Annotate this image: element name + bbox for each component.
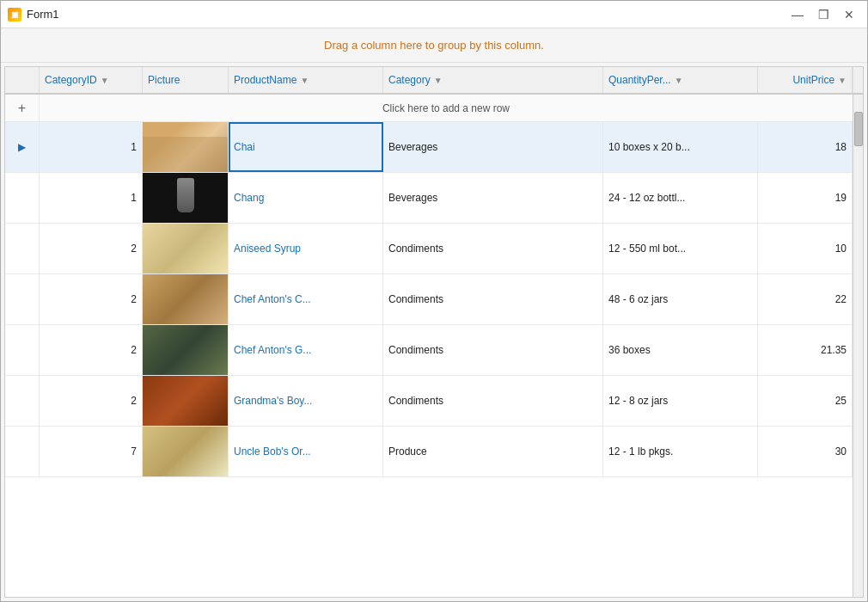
cell-picture-2 (143, 224, 229, 273)
cell-category-id-1: 1 (40, 173, 143, 223)
food-image-2 (143, 224, 228, 273)
header-picture[interactable]: Picture (143, 67, 229, 93)
cell-price-2: 10 (758, 224, 853, 273)
grid-rows-area: + Click here to add a new row ▶ 1 Chai B… (5, 95, 853, 597)
price-filter-icon[interactable]: ▼ (838, 76, 847, 85)
add-row-plus-icon[interactable]: + (5, 95, 40, 121)
header-quantity-per[interactable]: QuantityPer... ▼ (603, 67, 758, 93)
food-image-1 (143, 173, 228, 223)
row-indicator-4 (5, 325, 40, 375)
main-window: ▣ Form1 — ❒ ✕ Drag a column here to grou… (0, 0, 868, 602)
cell-category-id-2: 2 (40, 224, 143, 273)
cell-category-3: Condiments (383, 274, 603, 324)
row-indicator-3 (5, 274, 40, 324)
cell-picture-6 (143, 427, 229, 476)
cell-category-5: Condiments (383, 376, 603, 426)
vertical-scrollbar[interactable] (853, 95, 863, 597)
header-product-name[interactable]: ProductName ▼ (229, 67, 383, 93)
minimize-button[interactable]: — (786, 6, 809, 23)
row-indicator-0: ▶ (5, 122, 40, 172)
row-indicator-2 (5, 224, 40, 273)
cell-picture-0 (143, 122, 229, 172)
cell-picture-3 (143, 274, 229, 324)
header-unit-price[interactable]: UnitPrice ▼ (758, 67, 853, 93)
food-image-3 (143, 274, 228, 324)
cell-qty-5: 12 - 8 oz jars (603, 376, 758, 426)
cell-category-id-0: 1 (40, 122, 143, 172)
cell-product-name-4[interactable]: Chef Anton's G... (229, 325, 383, 375)
qty-filter-icon[interactable]: ▼ (675, 76, 683, 85)
row-indicator-5 (5, 376, 40, 426)
table-row[interactable]: 2 Aniseed Syrup Condiments 12 - 550 ml b… (5, 224, 853, 274)
table-row[interactable]: 2 Chef Anton's G... Condiments 36 boxes … (5, 325, 853, 376)
table-row[interactable]: 7 Uncle Bob's Or... Produce 12 - 1 lb pk… (5, 427, 853, 477)
table-row[interactable]: ▶ 1 Chai Beverages 10 boxes x 20 b... 18 (5, 122, 853, 173)
cell-qty-0: 10 boxes x 20 b... (603, 122, 758, 172)
cell-category-0: Beverages (383, 122, 603, 172)
cell-qty-1: 24 - 12 oz bottl... (603, 173, 758, 223)
cell-product-name-1[interactable]: Chang (229, 173, 383, 223)
cell-picture-4 (143, 325, 229, 375)
header-row-indicator (5, 67, 40, 93)
cell-qty-6: 12 - 1 lb pkgs. (603, 427, 758, 476)
title-bar: ▣ Form1 — ❒ ✕ (1, 1, 867, 28)
row-indicator-6 (5, 427, 40, 476)
cell-category-6: Produce (383, 427, 603, 476)
table-row[interactable]: 2 Grandma's Boy... Condiments 12 - 8 oz … (5, 376, 853, 427)
header-category-id[interactable]: CategoryID ▼ (40, 67, 143, 93)
food-image-5 (143, 376, 228, 426)
cell-product-name-2[interactable]: Aniseed Syrup (229, 224, 383, 273)
data-grid: CategoryID ▼ Picture ProductName ▼ Categ… (4, 66, 864, 598)
cell-qty-3: 48 - 6 oz jars (603, 274, 758, 324)
close-button[interactable]: ✕ (838, 6, 860, 23)
cell-category-id-6: 7 (40, 427, 143, 476)
drag-group-banner: Drag a column here to group by this colu… (1, 28, 867, 63)
title-bar-left: ▣ Form1 (8, 8, 59, 22)
cell-category-id-3: 2 (40, 274, 143, 324)
drag-banner-text: Drag a column here to group by this colu… (324, 39, 544, 52)
data-rows-container: ▶ 1 Chai Beverages 10 boxes x 20 b... 18… (5, 122, 853, 477)
window-controls: — ❒ ✕ (786, 6, 860, 23)
food-image-4 (143, 325, 228, 375)
cell-category-id-4: 2 (40, 325, 143, 375)
cell-price-5: 25 (758, 376, 853, 426)
cell-price-4: 21.35 (758, 325, 853, 375)
cell-product-name-5[interactable]: Grandma's Boy... (229, 376, 383, 426)
cell-qty-2: 12 - 550 ml bot... (603, 224, 758, 273)
header-category[interactable]: Category ▼ (383, 67, 603, 93)
cell-picture-1 (143, 173, 229, 223)
cell-picture-5 (143, 376, 229, 426)
scrollbar-thumb[interactable] (854, 112, 863, 146)
cell-price-1: 19 (758, 173, 853, 223)
product-name-filter-icon[interactable]: ▼ (300, 76, 309, 85)
row-indicator-1 (5, 173, 40, 223)
cell-qty-4: 36 boxes (603, 325, 758, 375)
add-row-bar: + Click here to add a new row (5, 95, 853, 122)
cell-product-name-3[interactable]: Chef Anton's C... (229, 274, 383, 324)
table-row[interactable]: 2 Chef Anton's C... Condiments 48 - 6 oz… (5, 274, 853, 325)
food-image-6 (143, 427, 228, 476)
add-row-message[interactable]: Click here to add a new row (40, 102, 853, 114)
cell-category-4: Condiments (383, 325, 603, 375)
food-image-0 (143, 122, 228, 172)
window-title: Form1 (27, 8, 59, 21)
grid-body-container: + Click here to add a new row ▶ 1 Chai B… (5, 95, 863, 597)
grid-header: CategoryID ▼ Picture ProductName ▼ Categ… (5, 67, 863, 95)
cell-category-id-5: 2 (40, 376, 143, 426)
cell-category-1: Beverages (383, 173, 603, 223)
cell-price-0: 18 (758, 122, 853, 172)
maximize-button[interactable]: ❒ (812, 6, 834, 23)
header-scrollbar-space (853, 67, 863, 93)
cell-category-2: Condiments (383, 224, 603, 273)
table-row[interactable]: 1 Chang Beverages 24 - 12 oz bottl... 19 (5, 173, 853, 224)
category-filter-icon[interactable]: ▼ (434, 76, 443, 85)
app-icon: ▣ (8, 8, 21, 22)
cell-product-name-0[interactable]: Chai (229, 122, 383, 172)
cell-price-3: 22 (758, 274, 853, 324)
category-id-filter-icon[interactable]: ▼ (101, 76, 109, 85)
cell-product-name-6[interactable]: Uncle Bob's Or... (229, 427, 383, 476)
cell-price-6: 30 (758, 427, 853, 476)
